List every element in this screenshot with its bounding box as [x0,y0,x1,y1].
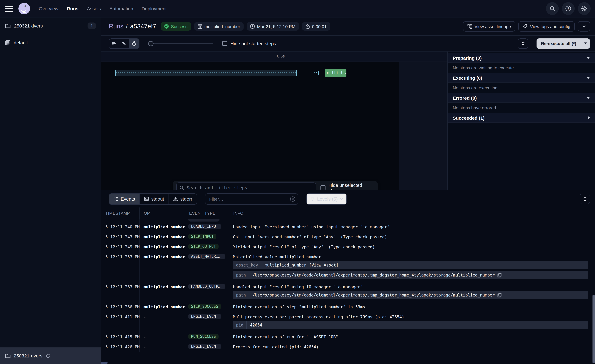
triangle-down-icon [586,97,590,99]
slider-knob[interactable] [148,41,154,46]
asset-tag[interactable]: multiplied_number [194,22,244,31]
event-op: multiplied_number [140,252,185,282]
metadata-value: /Users/smackesey/stm/code/elementl/exper… [249,271,505,279]
dagster-logo[interactable] [18,2,30,15]
chevron-up-down-icon [583,197,586,201]
path-link[interactable]: /Users/smackesey/stm/code/elementl/exper… [253,273,495,277]
event-type-pill-partial [188,219,220,222]
sidebar-footer[interactable]: 250321-dvers [0,347,101,364]
top-nav-actions: ? [546,2,591,15]
nav-deployment[interactable]: Deployment [142,6,167,11]
metadata-value: /Users/smackesey/stm/code/elementl/exper… [249,291,505,299]
levels-dropdown[interactable]: Levels (5) [306,193,347,204]
col-op: OP [140,207,185,219]
event-type-pill: ENGINE_EVENT [188,314,221,319]
folder-icon [5,23,11,28]
gantt-zoom-slider[interactable] [148,41,213,46]
vertical-scrollbar-thumb[interactable] [593,295,595,363]
settings-button[interactable] [578,2,591,15]
metadata-entry: asset_keymultiplied_number [View Asset] [233,261,588,269]
sidebar-item-code-location[interactable]: 250321-dvers 1 [0,17,101,34]
tab-stderr[interactable]: stderr [169,194,197,204]
slider-track[interactable] [148,43,213,44]
event-info: Handled output "result" using IO manager… [229,282,595,302]
breadcrumb-runs-link[interactable]: Runs [109,23,123,30]
waterfall-view-button[interactable] [119,39,129,48]
run-id: a5347ef7 [130,23,156,30]
col-timestamp: TIMESTAMP [101,207,140,219]
tab-stdout[interactable]: stdout [140,194,169,204]
event-list-icon [113,197,118,201]
copy-icon[interactable] [497,273,502,277]
chevron-down-icon [582,24,586,28]
status-badge: Success [161,22,191,31]
step-search-overlay: Hide unselected steps [173,181,378,190]
timed-view-button[interactable] [129,39,139,48]
event-timestamp: 5:12:11.426 PM [101,342,140,352]
horizontal-scrollbar-thumb[interactable] [101,362,107,364]
expand-log-panel-button[interactable] [580,194,590,204]
event-op: multiplied_number [140,222,185,232]
start-time-tag: Mar 21, 5:12:10 PM [247,22,299,31]
section-succeeded[interactable]: Succeeded (1) [448,113,595,123]
reexecute-all-button[interactable]: Re-execute all (*) [537,38,581,49]
hamburger-menu-icon[interactable] [5,6,14,12]
event-row: 5:12:11.263 PMmultiplied_numberHANDLED_O… [101,282,595,302]
event-row: 5:12:11.249 PMmultiplied_numberSTEP_OUTP… [101,242,595,252]
sidebar-item-label: default [14,40,28,45]
refresh-icon[interactable] [45,353,50,358]
sidebar-item-default-group[interactable]: default [0,34,101,51]
event-type-pill: LOADED_INPUT [188,224,221,229]
nav-assets[interactable]: Assets [87,6,101,11]
reexecute-split-button: Re-execute all (*) [537,38,590,49]
section-executing[interactable]: Executing (0) [448,73,595,83]
search-button[interactable] [546,2,559,15]
nav-overview[interactable]: Overview [39,6,58,11]
event-log-toolbar: Events stdout stderr [101,190,595,207]
event-row: 5:12:11.253 PMmultiplied_numberASSET_MAT… [101,252,595,282]
copy-icon[interactable] [497,293,502,297]
table-row-partial [101,219,595,222]
hide-not-started-checkbox[interactable] [222,41,227,46]
gantt-step-chip[interactable]: multipli… [325,69,347,77]
path-link[interactable]: /Users/smackesey/stm/code/elementl/exper… [253,293,495,297]
event-type-pill: STEP_INPUT [188,234,217,239]
view-asset-lineage-button[interactable]: View asset lineage [463,21,515,32]
gear-icon [581,6,587,12]
metadata-key: pid [233,321,247,329]
section-executing-empty: No steps are executing [448,83,595,93]
view-asset-link[interactable]: View Asset [312,263,336,267]
warning-triangle-icon [173,197,178,201]
col-event-type: EVENT TYPE [185,207,229,219]
caret-down-icon [584,42,587,44]
help-button[interactable]: ? [562,2,575,15]
event-info: Materialized value multiplied_number.ass… [229,252,595,282]
clear-filter-icon[interactable] [290,196,296,202]
event-info: Multiprocess executor: parent process ex… [229,312,595,332]
gantt-gridline [283,62,284,190]
flat-view-button[interactable] [109,39,119,48]
gantt-waiting-bar[interactable] [115,70,297,76]
reexecute-menu-button[interactable] [581,38,590,49]
chevron-up-down-icon [521,41,524,46]
nav-automation[interactable]: Automation [109,6,133,11]
tag-icon [523,24,527,29]
sidebar-item-label: 250321-dvers [14,23,43,28]
event-timestamp: 5:12:11.253 PM [101,252,140,282]
step-search-input[interactable] [176,182,316,190]
top-nav: Overview Runs Assets Automation Deployme… [0,0,595,17]
event-type-pill: STEP_SUCCESS [188,304,221,309]
expand-collapse-button[interactable] [518,38,528,49]
section-errored[interactable]: Errored (0) [448,93,595,103]
run-actions-menu-button[interactable] [578,21,590,32]
tab-events[interactable]: Events [109,194,140,204]
run-header: Runs / a5347ef7 Success multiplied_numbe… [101,17,595,36]
hide-unselected-checkbox[interactable] [320,185,325,190]
metadata-entry: path/Users/smackesey/stm/code/elementl/e… [233,271,588,279]
section-preparing[interactable]: Preparing (0) [448,53,595,63]
section-preparing-empty: No steps are waiting to execute [448,63,595,73]
sidebar-footer-label: 250321-dvers [14,353,42,358]
log-filter-input[interactable] [205,193,298,204]
nav-runs[interactable]: Runs [67,6,78,11]
view-tags-config-button[interactable]: View tags and config [518,21,575,32]
